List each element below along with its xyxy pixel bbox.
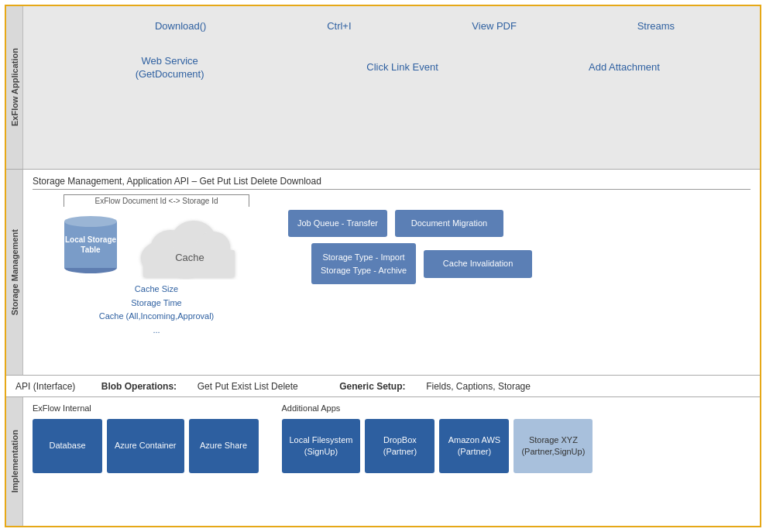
database-box: Database [33,419,102,473]
exflow-app-content: Download() Ctrl+I View PDF Streams Web S… [23,6,760,169]
streams-item: Streams [637,20,675,33]
storage-id-label: ExFlow Document Id <-> Storage Id [64,194,249,207]
dropbox-box: DropBox(Partner) [365,419,435,473]
blob-ops-section: Blob Operations: Get Put Exist List Dele… [101,381,314,392]
impl-content: ExFlow Internal Database Azure Container… [23,397,760,526]
storage-mgmt-label-col: Storage Management [6,170,23,375]
storage-body: ExFlow Document Id <-> Storage Id Local … [33,194,751,337]
generic-setup-section: Generic Setup: Fields, Captions, Storage [339,381,546,392]
web-service-item: Web Service(GetDocument) [123,55,216,81]
storage-left-row: Local StorageTable [62,210,252,280]
cache-info: Cache Size Storage Time Cache (All,Incom… [99,283,215,337]
impl-label-col: Implementation [6,397,23,526]
exflow-app-items: Download() Ctrl+I View PDF Streams Web S… [33,12,751,89]
impl-label: Implementation [8,427,22,496]
ctrl-i-item: Ctrl+I [327,20,351,33]
additional-apps-boxes: Local Filesystem(SignUp) DropBox(Partner… [282,419,593,473]
app-row-1: Download() Ctrl+I View PDF Streams [48,20,735,33]
generic-value: Fields, Captions, Storage [426,381,531,392]
api-interface-label: API (Interface) [15,381,75,392]
additional-apps-group: Additional Apps Local Filesystem(SignUp)… [282,403,593,473]
impl-body: ExFlow Internal Database Azure Container… [33,403,751,473]
exflow-app-label-col: ExFlow Application [6,6,23,169]
exflow-internal-boxes: Database Azure Container Azure Share [33,419,259,473]
generic-label: Generic Setup: [339,381,405,392]
download-item: Download() [155,20,206,33]
add-attachment-item: Add Attachment [589,61,660,74]
storage-right-bottom: Storage Type - ImportStorage Type - Arch… [311,243,751,284]
exflow-app-section: ExFlow Application Download() Ctrl+I Vie… [6,6,760,170]
app-row-2: Web Service(GetDocument) Click Link Even… [48,55,735,81]
local-storage-label: Local StorageTable [65,235,116,255]
amazon-aws-box: Amazon AWS(Partner) [439,419,509,473]
cache-cloud: Cache [128,210,252,280]
storage-mgmt-content: Storage Management, Application API – Ge… [23,170,760,375]
svg-text:Cache: Cache [175,252,204,263]
impl-divider [259,403,282,473]
storage-xyz-box: Storage XYZ(Partner,SignUp) [514,419,593,473]
exflow-internal-label: ExFlow Internal [33,403,259,413]
storage-type-box: Storage Type - ImportStorage Type - Arch… [311,243,416,284]
local-storage-cylinder: Local StorageTable [62,216,120,273]
storage-right-top: Job Queue - Transfer Document Migration [288,210,751,237]
click-link-item: Click Link Event [366,61,438,74]
blob-ops-label: Blob Operations: [101,381,177,392]
azure-share-box: Azure Share [189,419,259,473]
main-container: ExFlow Application Download() Ctrl+I Vie… [5,5,761,527]
storage-mgmt-section: Storage Management Storage Management, A… [6,170,760,376]
cache-invalidation-box: Cache Invalidation [424,250,532,277]
storage-left: ExFlow Document Id <-> Storage Id Local … [33,194,280,337]
local-filesystem-box: Local Filesystem(SignUp) [282,419,361,473]
storage-right: Job Queue - Transfer Document Migration … [288,194,751,337]
doc-migration-box: Document Migration [395,210,503,237]
cyl-top [64,216,117,227]
additional-apps-label: Additional Apps [282,403,593,413]
exflow-app-label: ExFlow Application [8,45,22,129]
storage-mgmt-label: Storage Management [8,226,22,318]
blob-ops-value: Get Put Exist List Delete [198,381,298,392]
view-pdf-item: View PDF [472,20,517,33]
storage-header: Storage Management, Application API – Ge… [33,176,751,190]
azure-container-box: Azure Container [107,419,184,473]
cyl-body: Local StorageTable [64,221,117,268]
cloud-svg: Cache [128,210,252,280]
implementation-section: Implementation ExFlow Internal Database … [6,397,760,526]
api-section: API (Interface) Blob Operations: Get Put… [6,376,760,397]
exflow-internal-group: ExFlow Internal Database Azure Container… [33,403,259,473]
job-queue-box: Job Queue - Transfer [288,210,387,237]
